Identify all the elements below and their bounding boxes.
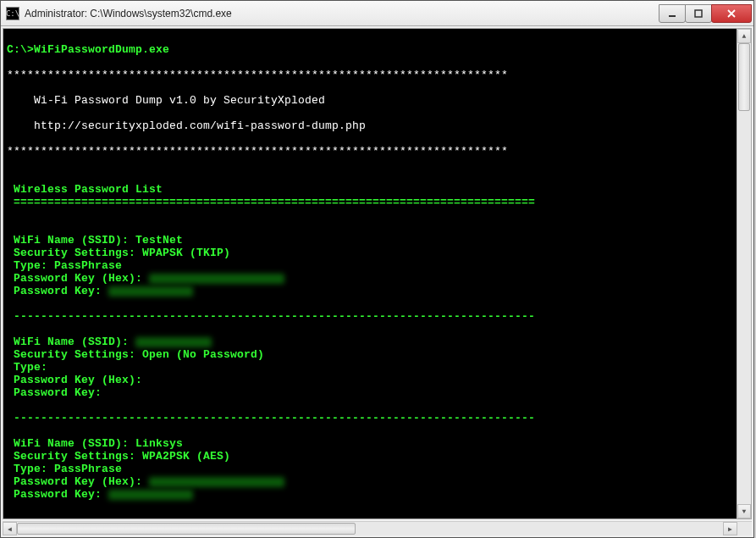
titlebar[interactable]: C:\ Administrator: C:\Windows\system32\c… <box>1 1 753 26</box>
cmd-icon: C:\ <box>6 7 19 20</box>
vertical-scrollbar[interactable]: ▲ ▼ <box>737 29 751 519</box>
chevron-up-icon: ▲ <box>742 32 747 40</box>
content-area: C:\>WiFiPasswordDump.exe ***************… <box>1 26 753 537</box>
horizontal-scrollbar[interactable]: ◀ ▶ <box>3 521 752 535</box>
scroll-right-button[interactable]: ▶ <box>723 522 737 535</box>
minimize-button[interactable] <box>659 4 686 23</box>
window-title: Administrator: C:\Windows\system32\cmd.e… <box>25 8 659 19</box>
close-icon <box>726 9 737 18</box>
cmd-icon-glyph: C:\ <box>6 9 19 18</box>
scroll-up-button[interactable]: ▲ <box>737 29 751 43</box>
cmd-window: C:\ Administrator: C:\Windows\system32\c… <box>0 0 754 538</box>
minimize-icon <box>668 9 676 18</box>
window-controls <box>659 4 752 23</box>
scroll-down-button[interactable]: ▼ <box>737 504 751 519</box>
terminal-wrap: C:\>WiFiPasswordDump.exe ***************… <box>3 28 752 519</box>
hscroll-track[interactable] <box>17 522 723 535</box>
scroll-left-button[interactable]: ◀ <box>3 522 17 535</box>
svg-rect-1 <box>695 10 702 17</box>
maximize-button[interactable] <box>685 4 712 23</box>
svg-rect-0 <box>669 15 676 17</box>
vscroll-track[interactable] <box>737 43 751 504</box>
chevron-left-icon: ◀ <box>8 525 12 533</box>
vscroll-thumb[interactable] <box>738 43 750 111</box>
maximize-icon <box>694 9 703 18</box>
chevron-down-icon: ▼ <box>742 507 747 515</box>
hscroll-thumb[interactable] <box>17 523 356 535</box>
close-button[interactable] <box>711 4 752 23</box>
terminal-output[interactable]: C:\>WiFiPasswordDump.exe ***************… <box>3 29 737 519</box>
scroll-corner <box>737 522 752 535</box>
chevron-right-icon: ▶ <box>728 525 732 533</box>
